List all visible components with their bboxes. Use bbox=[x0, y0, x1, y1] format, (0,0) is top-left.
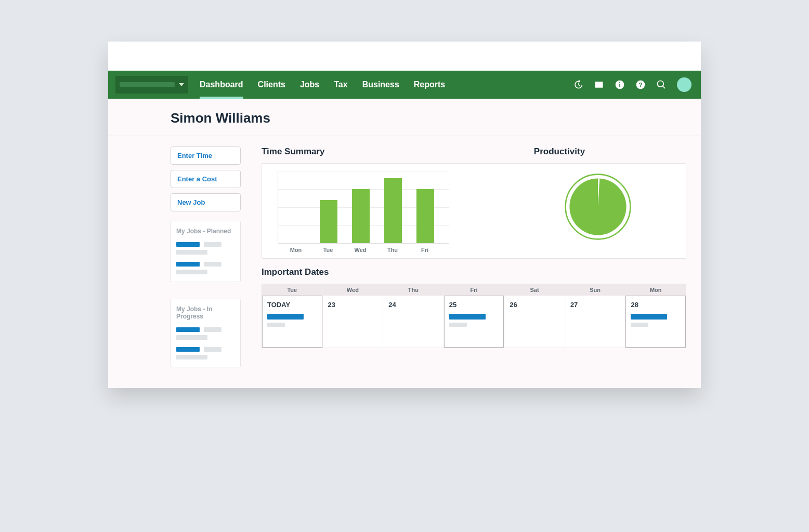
day-column[interactable]: Thu24 bbox=[383, 284, 443, 348]
nav-tax[interactable]: Tax bbox=[334, 71, 347, 99]
panel-jobs-inprogress: My Jobs - In Progress bbox=[171, 299, 241, 367]
charts-panel: MonTueWedThuFri bbox=[262, 163, 686, 259]
day-body: TODAY bbox=[262, 296, 322, 348]
event-sub bbox=[267, 323, 285, 327]
day-column[interactable]: Sat26 bbox=[504, 284, 565, 348]
section-title-important-dates: Important Dates bbox=[262, 267, 686, 277]
list-item[interactable] bbox=[176, 242, 235, 255]
panel-title: My Jobs - Planned bbox=[176, 228, 235, 235]
day-number: 23 bbox=[328, 301, 378, 309]
nav-dashboard[interactable]: Dashboard bbox=[200, 71, 243, 99]
day-header: Mon bbox=[625, 284, 686, 296]
day-column[interactable]: TueTODAY bbox=[262, 284, 322, 348]
event-bar[interactable] bbox=[631, 314, 667, 320]
help-icon[interactable]: ? bbox=[635, 79, 646, 90]
bar-label: Wed bbox=[351, 247, 369, 253]
sidebar: Enter Time Enter a Cost New Job My Jobs … bbox=[171, 147, 241, 367]
bar-label: Mon bbox=[287, 247, 305, 253]
day-number: 26 bbox=[510, 301, 559, 309]
day-header: Wed bbox=[323, 284, 383, 296]
time-summary-bar-chart: MonTueWedThuFri bbox=[278, 171, 449, 253]
svg-rect-1 bbox=[619, 84, 620, 87]
org-name-placeholder bbox=[120, 82, 175, 87]
avatar[interactable] bbox=[677, 77, 691, 92]
nav-icon-group: ? bbox=[573, 77, 691, 92]
svg-rect-2 bbox=[619, 82, 620, 83]
bar-fri bbox=[416, 189, 434, 243]
event-bar[interactable] bbox=[267, 314, 304, 320]
event-sub bbox=[631, 323, 648, 327]
section-title-productivity: Productivity bbox=[534, 147, 686, 157]
nav-jobs[interactable]: Jobs bbox=[300, 71, 319, 99]
productivity-donut-chart bbox=[564, 173, 632, 241]
day-number: TODAY bbox=[267, 301, 317, 309]
list-item[interactable] bbox=[176, 327, 235, 340]
day-number: 24 bbox=[388, 301, 438, 309]
new-job-button[interactable]: New Job bbox=[171, 193, 241, 211]
calendar-week: TueTODAYWed23Thu24Fri25Sat26Sun27Mon28 bbox=[262, 284, 686, 348]
event-bar[interactable] bbox=[449, 314, 486, 320]
page-title: Simon Williams bbox=[108, 99, 701, 136]
day-header: Fri bbox=[444, 284, 504, 296]
app-window: Dashboard Clients Jobs Tax Business Repo… bbox=[108, 42, 701, 388]
list-item[interactable] bbox=[176, 347, 235, 360]
day-header: Tue bbox=[262, 284, 322, 296]
nav-business[interactable]: Business bbox=[362, 71, 399, 99]
bar-thu bbox=[384, 178, 402, 243]
day-number: 25 bbox=[449, 301, 499, 309]
panel-jobs-planned: My Jobs - Planned bbox=[171, 221, 241, 282]
info-icon[interactable] bbox=[615, 79, 625, 90]
nav-clients[interactable]: Clients bbox=[258, 71, 285, 99]
bar-wed bbox=[352, 189, 370, 243]
day-header: Thu bbox=[383, 284, 443, 296]
chevron-down-icon bbox=[179, 83, 184, 86]
org-switcher[interactable] bbox=[115, 76, 188, 94]
page: Simon Williams Enter Time Enter a Cost N… bbox=[108, 99, 701, 388]
day-body: 27 bbox=[565, 296, 625, 348]
bar-tue bbox=[320, 200, 337, 243]
day-body: 25 bbox=[444, 296, 504, 348]
day-body: 23 bbox=[323, 296, 383, 348]
window-padding-top bbox=[108, 42, 701, 71]
top-nav: Dashboard Clients Jobs Tax Business Repo… bbox=[108, 71, 701, 99]
day-column[interactable]: Fri25 bbox=[443, 284, 504, 348]
panel-title: My Jobs - In Progress bbox=[176, 305, 235, 320]
nav-reports[interactable]: Reports bbox=[414, 71, 445, 99]
list-item[interactable] bbox=[176, 262, 235, 274]
bar-label: Tue bbox=[319, 247, 337, 253]
svg-text:?: ? bbox=[638, 81, 642, 88]
day-number: 28 bbox=[631, 301, 681, 309]
day-column[interactable]: Wed23 bbox=[322, 284, 383, 348]
nav-items: Dashboard Clients Jobs Tax Business Repo… bbox=[200, 71, 445, 99]
history-icon[interactable] bbox=[573, 79, 583, 90]
section-title-time-summary: Time Summary bbox=[262, 147, 508, 157]
day-body: 28 bbox=[625, 296, 686, 348]
content: Enter Time Enter a Cost New Job My Jobs … bbox=[108, 136, 701, 367]
day-body: 26 bbox=[504, 296, 565, 348]
enter-cost-button[interactable]: Enter a Cost bbox=[171, 170, 241, 188]
day-header: Sun bbox=[565, 284, 625, 296]
main: Time Summary Productivity MonTueWedThuFr… bbox=[262, 147, 686, 367]
bar-label: Thu bbox=[384, 247, 401, 253]
day-column[interactable]: Sun27 bbox=[565, 284, 625, 348]
day-body: 24 bbox=[383, 296, 443, 348]
day-number: 27 bbox=[570, 301, 620, 309]
bar-label: Fri bbox=[416, 247, 434, 253]
event-sub bbox=[449, 323, 467, 327]
search-icon[interactable] bbox=[656, 79, 667, 90]
day-header: Sat bbox=[504, 284, 565, 296]
day-column[interactable]: Mon28 bbox=[625, 284, 686, 348]
mail-icon[interactable] bbox=[594, 79, 604, 90]
enter-time-button[interactable]: Enter Time bbox=[171, 147, 241, 165]
